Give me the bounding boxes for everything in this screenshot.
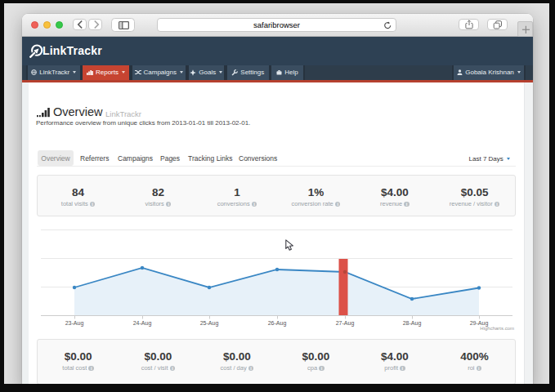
svg-text:28-Aug: 28-Aug <box>403 320 422 327</box>
svg-text:26-Aug: 26-Aug <box>268 320 287 327</box>
svg-text:23-Aug: 23-Aug <box>65 320 84 327</box>
svg-text:24-Aug: 24-Aug <box>133 320 152 327</box>
svg-text:25-Aug: 25-Aug <box>200 320 219 327</box>
svg-text:Highcharts.com: Highcharts.com <box>480 326 514 331</box>
svg-text:27-Aug: 27-Aug <box>336 320 355 327</box>
